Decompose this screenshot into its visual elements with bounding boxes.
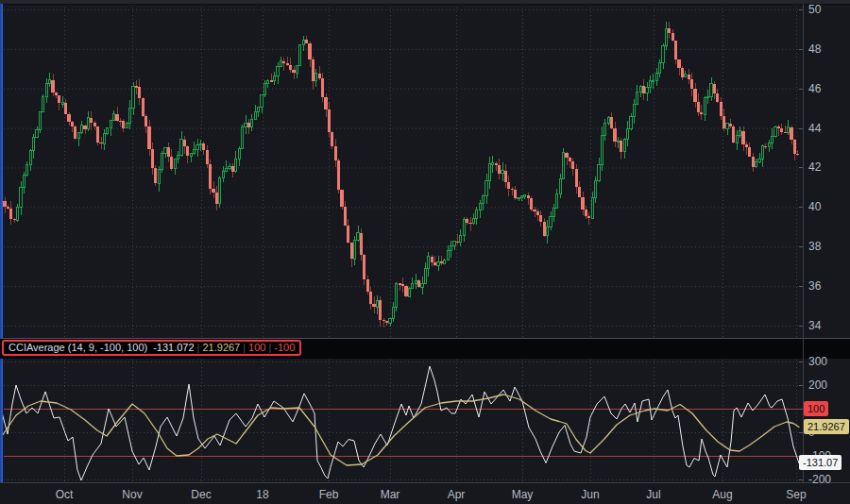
time-axis-label: 18 bbox=[256, 488, 268, 501]
price-axis-label: 44 bbox=[808, 122, 821, 135]
time-axis-label: Aug bbox=[712, 488, 732, 501]
price-axis-label: 42 bbox=[808, 160, 821, 174]
time-axis-label: Jun bbox=[581, 488, 599, 501]
cci-axis-label: 300 bbox=[808, 355, 827, 368]
cci-axis-label: 200 bbox=[808, 378, 827, 392]
axis-tick bbox=[799, 385, 803, 386]
axis-tick bbox=[799, 326, 803, 327]
chart-canvas[interactable] bbox=[0, 0, 850, 504]
price-axis-label: 46 bbox=[808, 82, 821, 95]
axis-tick bbox=[799, 128, 803, 129]
indicator-legend-title: CCIAverage (14, 9, -100, 100) bbox=[8, 342, 147, 354]
axis-tick bbox=[799, 361, 803, 362]
legend-separator: | bbox=[243, 342, 246, 354]
time-axis-label: Feb bbox=[319, 488, 339, 501]
axis-tick bbox=[799, 479, 803, 480]
indicator-cci-value: -131.072 bbox=[153, 342, 194, 354]
candles-group bbox=[3, 22, 799, 328]
cci-line[interactable] bbox=[2, 366, 799, 480]
price-axis-label: 40 bbox=[808, 200, 821, 213]
time-axis-label: Sep bbox=[786, 488, 806, 501]
legend-separator: | bbox=[268, 342, 271, 354]
time-axis-label: May bbox=[512, 488, 534, 501]
time-axis-label: Nov bbox=[122, 488, 142, 501]
axis-tick bbox=[799, 49, 803, 50]
time-axis-label: Jul bbox=[646, 488, 660, 501]
price-axis-label: 50 bbox=[808, 3, 821, 16]
axis-tick bbox=[799, 167, 803, 168]
time-axis-label: Oct bbox=[56, 488, 74, 501]
time-axis-label: Apr bbox=[448, 488, 466, 501]
axis-tick bbox=[799, 432, 803, 433]
axis-tick bbox=[799, 9, 803, 10]
axis-tick bbox=[799, 409, 803, 410]
indicator-avg-value: 21.9267 bbox=[202, 342, 240, 354]
legend-separator: | bbox=[197, 342, 200, 354]
price-axis-label: 36 bbox=[808, 279, 821, 293]
axis-tick bbox=[799, 286, 803, 287]
time-axis-label: Dec bbox=[191, 488, 211, 501]
price-axis-label: 34 bbox=[808, 319, 821, 332]
axis-tick bbox=[799, 207, 803, 208]
top-toolbar-edge bbox=[0, 0, 850, 5]
axis-tick bbox=[799, 89, 803, 90]
time-axis[interactable]: OctNovDec18FebMarAprMayJunJulAugSep bbox=[0, 483, 850, 504]
upper-band-axis-badge: 100 bbox=[804, 401, 828, 416]
chart-window: CCIAverage (14, 9, -100, 100) -131.072 |… bbox=[0, 0, 850, 504]
axis-tick bbox=[799, 246, 803, 247]
left-edge-line bbox=[0, 4, 3, 483]
price-axis-label: 38 bbox=[808, 240, 821, 253]
price-axis-label: 48 bbox=[808, 42, 821, 56]
average-value-axis-badge: 21.9267 bbox=[804, 419, 849, 434]
indicator-lower-band-value: -100 bbox=[274, 342, 295, 354]
indicator-upper-band-value: 100 bbox=[248, 342, 265, 354]
time-axis-label: Mar bbox=[381, 488, 400, 501]
indicator-legend[interactable]: CCIAverage (14, 9, -100, 100) -131.072 |… bbox=[2, 340, 301, 356]
cci-average-line[interactable] bbox=[2, 395, 799, 465]
cci-value-axis-badge: -131.07 bbox=[799, 455, 842, 470]
